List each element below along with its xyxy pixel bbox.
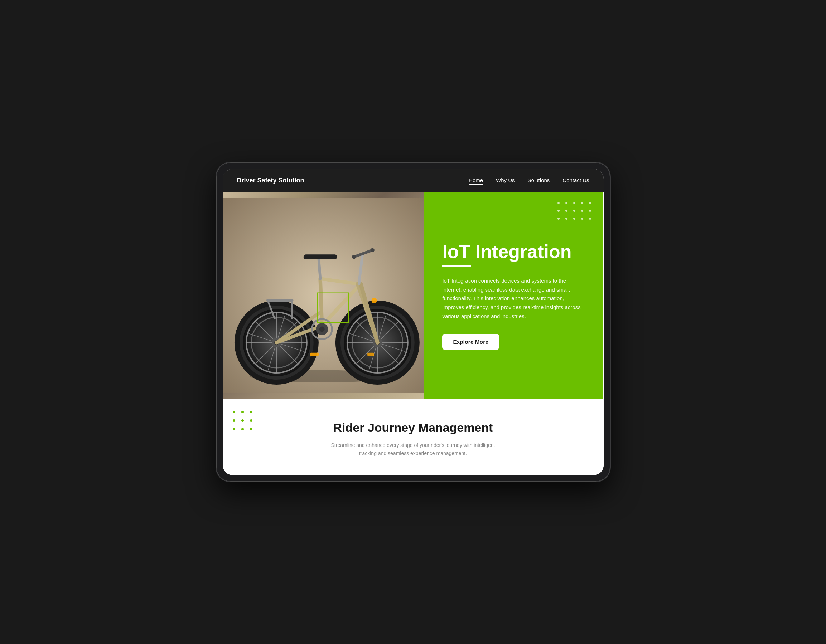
navbar: Driver Safety Solution Home Why Us Solut… bbox=[223, 169, 604, 192]
lower-dots-decoration bbox=[233, 411, 255, 433]
nav-link-home[interactable]: Home bbox=[469, 177, 483, 183]
svg-point-54 bbox=[370, 248, 374, 252]
detection-box-overlay bbox=[317, 293, 349, 323]
nav-link-why-us[interactable]: Why Us bbox=[496, 177, 515, 183]
lower-section: Rider Journey Management Streamline and … bbox=[223, 399, 604, 475]
hero-content: IoT Integration IoT Integration connects… bbox=[424, 192, 603, 399]
hero-description: IoT Integration connects devices and sys… bbox=[442, 277, 585, 321]
nav-item-solutions[interactable]: Solutions bbox=[528, 177, 550, 184]
brand-logo: Driver Safety Solution bbox=[237, 177, 304, 184]
svg-rect-55 bbox=[266, 299, 293, 302]
svg-rect-58 bbox=[310, 353, 318, 356]
nav-link-solutions[interactable]: Solutions bbox=[528, 177, 550, 183]
nav-links: Home Why Us Solutions Contact Us bbox=[469, 177, 589, 184]
svg-rect-50 bbox=[303, 254, 337, 259]
tablet-frame: Driver Safety Solution Home Why Us Solut… bbox=[216, 163, 610, 481]
svg-point-53 bbox=[352, 255, 356, 259]
svg-rect-59 bbox=[367, 353, 374, 356]
nav-link-contact[interactable]: Contact Us bbox=[562, 177, 589, 183]
lower-subtitle: Streamline and enhance every stage of yo… bbox=[327, 441, 499, 457]
lower-title: Rider Journey Management bbox=[237, 421, 589, 435]
dots-decoration bbox=[557, 202, 593, 222]
hero-section: IoT Integration IoT Integration connects… bbox=[223, 192, 604, 399]
svg-point-60 bbox=[371, 298, 377, 303]
nav-item-home[interactable]: Home bbox=[469, 177, 483, 184]
explore-more-button[interactable]: Explore More bbox=[442, 334, 499, 350]
hero-title-underline bbox=[442, 265, 471, 266]
hero-image bbox=[223, 192, 425, 399]
svg-point-48 bbox=[319, 327, 324, 332]
svg-line-49 bbox=[318, 257, 320, 279]
hero-title: IoT Integration bbox=[442, 242, 585, 262]
tablet-screen: Driver Safety Solution Home Why Us Solut… bbox=[223, 169, 604, 475]
nav-item-contact[interactable]: Contact Us bbox=[562, 177, 589, 184]
nav-item-why-us[interactable]: Why Us bbox=[496, 177, 515, 184]
